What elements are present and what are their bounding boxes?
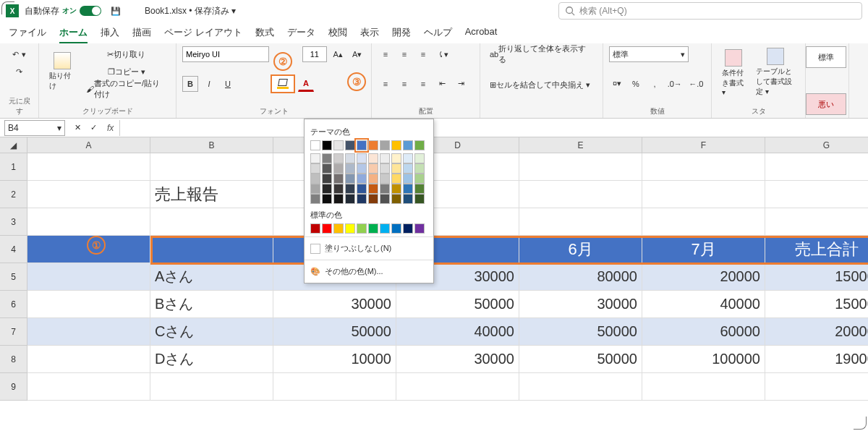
- color-swatch[interactable]: [310, 194, 320, 204]
- cell[interactable]: 190000: [765, 346, 868, 373]
- color-swatch[interactable]: [322, 140, 332, 150]
- tab-review[interactable]: 校閲: [328, 26, 347, 43]
- cell[interactable]: [150, 153, 273, 181]
- decrease-font-button[interactable]: A▾: [349, 46, 365, 62]
- cell[interactable]: [765, 153, 868, 181]
- save-icon[interactable]: 💾: [107, 3, 124, 19]
- color-swatch[interactable]: [310, 163, 320, 174]
- row-header[interactable]: 5: [0, 263, 27, 291]
- color-swatch[interactable]: [322, 163, 332, 174]
- tab-data[interactable]: データ: [287, 26, 315, 43]
- increase-font-button[interactable]: A▴: [330, 46, 346, 62]
- color-swatch[interactable]: [380, 163, 390, 174]
- col-G[interactable]: G: [765, 137, 868, 153]
- orientation-button[interactable]: ⤹▾: [434, 46, 452, 62]
- font-color-button[interactable]: A: [298, 76, 314, 92]
- color-swatch[interactable]: [414, 194, 425, 204]
- color-swatch[interactable]: [380, 184, 390, 194]
- color-swatch[interactable]: [380, 140, 390, 150]
- tab-formulas[interactable]: 数式: [255, 26, 274, 43]
- cell[interactable]: 50000: [396, 291, 519, 318]
- table-fmt-button[interactable]: テーブルとして書式設定 ▾: [752, 46, 799, 98]
- cell[interactable]: 30000: [519, 291, 642, 318]
- cell[interactable]: 40000: [642, 291, 765, 318]
- row-header[interactable]: 7: [0, 318, 27, 346]
- cell[interactable]: 売上報告: [150, 181, 273, 208]
- color-swatch[interactable]: [357, 174, 367, 184]
- color-swatch[interactable]: [333, 153, 344, 163]
- cell[interactable]: 50000: [519, 346, 642, 373]
- cell[interactable]: [642, 208, 765, 236]
- cell[interactable]: 80000: [519, 263, 642, 291]
- cell[interactable]: [27, 181, 150, 208]
- color-swatch[interactable]: [310, 140, 320, 150]
- color-swatch[interactable]: [391, 163, 401, 174]
- align-bot-button[interactable]: ≡: [415, 46, 431, 62]
- cell[interactable]: Aさん: [150, 263, 273, 291]
- select-all-corner[interactable]: ◢: [0, 137, 27, 153]
- cell[interactable]: [519, 373, 642, 401]
- cell[interactable]: [519, 181, 642, 208]
- indent-inc-button[interactable]: ⇥: [453, 76, 469, 92]
- underline-button[interactable]: U: [220, 76, 236, 92]
- cell[interactable]: 売上合計: [765, 236, 868, 263]
- cell[interactable]: 20000: [642, 263, 765, 291]
- confirm-edit-button[interactable]: ✓: [85, 120, 101, 136]
- color-swatch[interactable]: [345, 140, 355, 150]
- col-A[interactable]: A: [27, 137, 150, 153]
- align-left-button[interactable]: ≡: [378, 76, 393, 92]
- font-size-input[interactable]: [302, 46, 327, 62]
- color-swatch[interactable]: [333, 163, 344, 174]
- cell[interactable]: [27, 346, 150, 373]
- name-box[interactable]: B4▾: [4, 120, 65, 136]
- cell[interactable]: [150, 236, 273, 263]
- row-header[interactable]: 9: [0, 373, 27, 401]
- color-swatch[interactable]: [391, 153, 401, 163]
- color-swatch[interactable]: [368, 174, 378, 184]
- cell[interactable]: [27, 153, 150, 181]
- color-swatch[interactable]: [345, 163, 355, 174]
- more-colors-item[interactable]: 🎨その他の色(M)...: [310, 263, 427, 280]
- paste-button[interactable]: 貼り付け: [45, 51, 80, 93]
- color-swatch[interactable]: [333, 174, 344, 184]
- tab-view[interactable]: 表示: [360, 26, 379, 43]
- color-swatch[interactable]: [333, 184, 344, 194]
- color-swatch[interactable]: [414, 184, 425, 194]
- color-swatch[interactable]: [391, 184, 401, 194]
- color-swatch[interactable]: [345, 184, 355, 194]
- color-swatch[interactable]: [403, 194, 413, 204]
- cell[interactable]: [519, 208, 642, 236]
- color-swatch[interactable]: [345, 194, 355, 204]
- align-top-button[interactable]: ≡: [378, 46, 393, 62]
- tab-acrobat[interactable]: Acrobat: [465, 26, 498, 43]
- color-swatch[interactable]: [391, 194, 401, 204]
- cell[interactable]: [765, 373, 868, 401]
- color-swatch[interactable]: [310, 174, 320, 184]
- color-swatch[interactable]: [403, 174, 413, 184]
- tab-developer[interactable]: 開発: [392, 26, 411, 43]
- cell[interactable]: Cさん: [150, 318, 273, 346]
- tab-draw[interactable]: 描画: [132, 26, 151, 43]
- color-swatch[interactable]: [391, 223, 401, 234]
- autosave-toggle[interactable]: 自動保存 オン: [25, 5, 101, 17]
- color-swatch[interactable]: [345, 223, 355, 234]
- cell[interactable]: [396, 373, 519, 401]
- cell[interactable]: 150000: [765, 291, 868, 318]
- color-swatch[interactable]: [380, 223, 390, 234]
- formula-input[interactable]: [119, 120, 868, 136]
- color-swatch[interactable]: [333, 140, 344, 150]
- tab-help[interactable]: ヘルプ: [424, 26, 452, 43]
- format-painter-button[interactable]: 🖌 書式のコピー/貼り付け: [82, 81, 170, 97]
- redo-button[interactable]: ↷: [12, 64, 27, 80]
- indent-dec-button[interactable]: ⇤: [434, 76, 450, 92]
- cell[interactable]: Dさん: [150, 346, 273, 373]
- comma-button[interactable]: ,: [647, 76, 663, 92]
- color-swatch[interactable]: [368, 163, 378, 174]
- color-swatch[interactable]: [368, 184, 378, 194]
- color-swatch[interactable]: [357, 153, 367, 163]
- search-input[interactable]: 検索 (Alt+Q): [558, 2, 862, 20]
- fill-color-button[interactable]: [271, 74, 295, 93]
- cell[interactable]: [765, 208, 868, 236]
- color-swatch[interactable]: [414, 163, 425, 174]
- tab-layout[interactable]: ページ レイアウト: [164, 26, 242, 43]
